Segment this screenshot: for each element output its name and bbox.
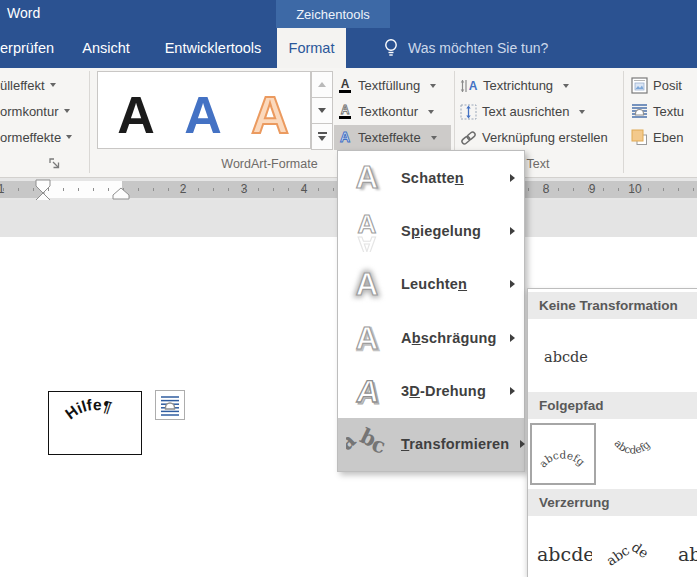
formkontur-button[interactable]: ormkontur	[0, 99, 88, 123]
gallery-more-button[interactable]	[311, 123, 333, 150]
tab-ueberpruefen-partial[interactable]: erprüfen	[0, 28, 60, 68]
chevron-down-icon	[431, 136, 437, 140]
reflection-a-icon: A A	[346, 210, 390, 252]
fuelleffekt-button[interactable]: ülleffekt	[0, 73, 88, 97]
position-button[interactable]: Posit	[631, 73, 697, 98]
chevron-down-icon	[579, 110, 585, 114]
tab-entwicklertools[interactable]: Entwicklertools	[150, 28, 276, 68]
transform-tile-arch-down[interactable]: abcdefg	[600, 423, 666, 485]
wordart-style-gallery[interactable]: A A A	[97, 71, 311, 149]
svg-text:abcde: abcde	[604, 539, 652, 569]
menu-item-schatten[interactable]: A A Schatten	[338, 151, 524, 204]
warp-tile-plain[interactable]: abcde	[530, 520, 596, 577]
app-title: Word	[7, 5, 40, 21]
layout-options-icon	[159, 394, 181, 416]
text-ausrichten-label: Text ausrichten	[482, 104, 569, 119]
rotation-3d-a-icon: A A	[346, 371, 390, 411]
submenu-arrow-icon	[520, 440, 525, 448]
ruler-number: 8	[538, 181, 554, 198]
tab-format-active[interactable]: Format	[277, 28, 346, 68]
textfuellung-button[interactable]: A Textfüllung	[337, 73, 436, 98]
chevron-down-icon	[430, 84, 436, 88]
gallery-scroll-up-button[interactable]	[311, 71, 333, 98]
textfuellung-label: Textfüllung	[358, 78, 420, 93]
menu-item-transformieren[interactable]: abc Transformieren	[338, 418, 524, 471]
right-indent-marker[interactable]	[111, 187, 131, 200]
svg-text:A: A	[340, 129, 350, 145]
textumbruch-label: Textu	[653, 104, 684, 119]
menu-item-abschraegung[interactable]: A A Abschrägung	[338, 311, 524, 364]
menu-item-spiegelung[interactable]: A A Spiegelung	[338, 204, 524, 257]
ruler-number: 2	[175, 181, 191, 198]
wordart-style-blue[interactable]: A	[184, 86, 222, 144]
textkontur-button[interactable]: A Textkontur	[337, 99, 434, 124]
triangle-down-icon	[318, 108, 326, 113]
formeffekte-button[interactable]: ormeffekte	[0, 125, 88, 149]
submenu-arrow-icon	[510, 280, 515, 288]
submenu-arrow-icon	[510, 227, 515, 235]
ruler-number: 1	[0, 181, 9, 198]
warp-tile-chevron-up[interactable]: abcde	[600, 520, 666, 577]
text-ausrichten-button[interactable]: Text ausrichten	[460, 99, 585, 124]
svg-text:abcde: abcde	[544, 349, 588, 365]
group-separator	[89, 71, 90, 173]
submenu-arrow-icon	[510, 334, 515, 342]
svg-text:A: A	[469, 79, 478, 93]
fuelleffekt-label: ülleffekt	[0, 78, 45, 93]
tell-me-search[interactable]: Was möchten Sie tun?	[383, 28, 548, 68]
wordart-arched-text: Hilfe¶	[50, 394, 140, 452]
text-effects-icon: A	[337, 129, 353, 146]
ebene-button[interactable]: Eben	[631, 125, 697, 150]
svg-text:A: A	[356, 321, 378, 356]
link-icon	[460, 130, 477, 146]
ebene-label: Eben	[653, 130, 683, 145]
svg-text:A: A	[356, 160, 378, 195]
chevron-down-icon	[428, 110, 434, 114]
wordart-textbox[interactable]: Hilfe¶	[48, 391, 142, 455]
svg-text:A: A	[356, 267, 378, 302]
transform-tile-arch-up-selected[interactable]: abcdefg	[530, 423, 596, 485]
lightbulb-icon	[383, 37, 399, 59]
menu-item-3d-drehung[interactable]: A A 3D-Drehung	[338, 364, 524, 417]
ruler-number: 10	[627, 181, 643, 198]
transform-tile-circle[interactable]: abcdefgh	[670, 423, 697, 485]
dialog-launcher-icon[interactable]	[49, 158, 61, 170]
position-icon	[631, 77, 648, 94]
wordart-style-orange[interactable]: A	[251, 86, 289, 144]
tab-ansicht[interactable]: Ansicht	[76, 28, 136, 68]
bevel-a-icon: A A	[346, 318, 390, 358]
wordart-style-black[interactable]: A	[117, 86, 155, 144]
group-separator	[623, 71, 624, 173]
menu-label: Abschrägung	[401, 330, 499, 346]
textrichtung-button[interactable]: A Textrichtung	[460, 73, 569, 98]
menu-label: 3D-Drehung	[401, 383, 499, 399]
submenu-header-keine-transformation: Keine Transformation	[528, 292, 697, 319]
ruler-number: 9	[584, 181, 600, 198]
chevron-down-icon	[50, 83, 56, 87]
ruler-number: 4	[296, 181, 312, 198]
submenu-arrow-icon	[510, 174, 515, 182]
wordart-gallery-previews: A A A	[98, 72, 310, 148]
more-bar-icon	[318, 132, 327, 134]
text-outline-icon: A	[337, 103, 353, 120]
menu-item-leuchten[interactable]: A A Leuchten	[338, 258, 524, 311]
gallery-scroll-down-button[interactable]	[311, 97, 333, 124]
menu-label: Spiegelung	[401, 223, 499, 239]
ruler-number: 3	[236, 181, 252, 198]
transformieren-submenu: Keine Transformation abcde Folgepfad abc…	[527, 288, 697, 577]
textumbruch-button[interactable]: Textu	[631, 99, 697, 124]
menu-label: Schatten	[401, 170, 499, 186]
gallery-scrollbar	[311, 71, 333, 149]
formeffekte-label: ormeffekte	[0, 130, 61, 145]
texteffekte-button[interactable]: A Texteffekte	[334, 125, 451, 150]
triangle-up-icon	[318, 82, 326, 87]
formkontur-label: ormkontur	[0, 104, 59, 119]
text-wrap-icon	[631, 103, 648, 120]
transform-tile-none[interactable]: abcde	[535, 328, 599, 384]
bring-forward-icon	[631, 129, 648, 146]
warp-tile-cut[interactable]: ab	[670, 520, 697, 577]
layout-options-button[interactable]	[155, 390, 185, 420]
verknuepfung-erstellen-button[interactable]: Verknüpfung erstellen	[460, 125, 608, 150]
svg-text:Hilfe¶: Hilfe¶	[62, 396, 114, 423]
submenu-arrow-icon	[510, 387, 515, 395]
